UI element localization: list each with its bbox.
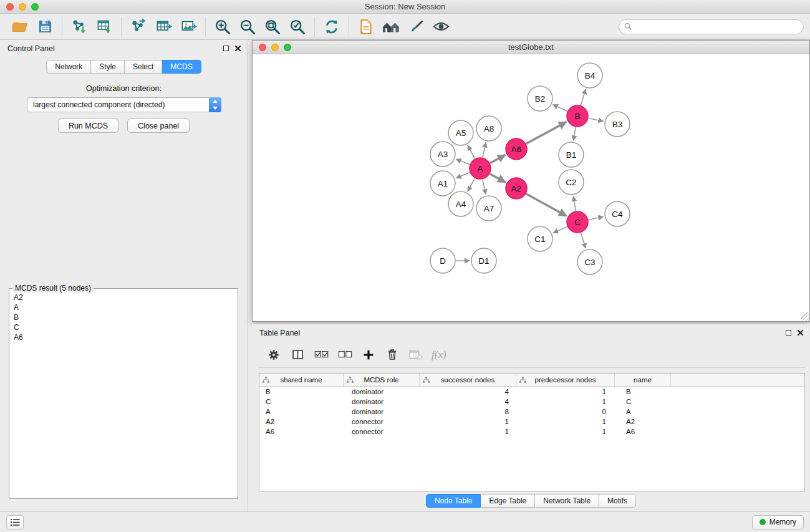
- tab-select[interactable]: Select: [125, 60, 162, 74]
- export-network-button[interactable]: [126, 16, 151, 38]
- column-header-predecessor-nodes[interactable]: predecessor nodes: [516, 374, 615, 386]
- network-canvas[interactable]: B4B2BB3A8A5A6A3B1AC2A1A2A4A7C4CC1C3DD1: [253, 54, 809, 321]
- export-network-icon: [130, 18, 147, 35]
- float-panel-icon[interactable]: [223, 46, 229, 51]
- table-settings-button[interactable]: [263, 345, 284, 365]
- graph-edge-A-A5[interactable]: [468, 145, 475, 158]
- run-mcds-button[interactable]: Run MCDS: [58, 118, 118, 133]
- export-table-button[interactable]: [151, 16, 176, 38]
- delete-column-button[interactable]: [382, 345, 403, 365]
- column-type-icon: [263, 377, 269, 384]
- add-column-button[interactable]: [358, 345, 379, 365]
- optimization-criterion-dropdown[interactable]: largest connected component (directed): [27, 97, 221, 112]
- network-view-window: testGlobe.txt B4B2BB3A8A5A6A3B1AC2A1A2A4…: [252, 40, 810, 322]
- table-row[interactable]: A2connector11A2: [259, 417, 804, 427]
- table-cell: connector: [344, 417, 420, 427]
- column-header-name[interactable]: name: [615, 374, 671, 386]
- close-network-window-button[interactable]: [259, 44, 266, 51]
- graph-node-label: C2: [566, 178, 576, 187]
- graph-edge-A-A1[interactable]: [456, 173, 470, 178]
- graph-edge-A-A6[interactable]: [490, 155, 506, 163]
- graph-edge-A2-C[interactable]: [526, 194, 567, 216]
- table-row[interactable]: Cdominator41C: [259, 397, 804, 407]
- zoom-network-window-button[interactable]: [284, 44, 291, 51]
- zoom-window-button[interactable]: [31, 3, 39, 11]
- save-session-button[interactable]: [32, 16, 57, 38]
- dropdown-stepper-icon[interactable]: [209, 97, 221, 112]
- search-box[interactable]: [619, 19, 804, 34]
- table-cell: 4: [420, 387, 516, 397]
- close-panel-icon[interactable]: [234, 45, 241, 52]
- tab-motifs[interactable]: Motifs: [599, 494, 636, 508]
- result-list-item[interactable]: A: [11, 302, 236, 312]
- zoom-in-button[interactable]: [210, 16, 235, 38]
- select-all-icon: [314, 349, 329, 360]
- first-neighbors-button[interactable]: [354, 16, 378, 38]
- graph-edge-B-B3[interactable]: [589, 118, 604, 122]
- minimize-window-button[interactable]: [19, 3, 26, 11]
- close-window-button[interactable]: [6, 3, 14, 11]
- graph-edge-B-B2[interactable]: [553, 105, 567, 112]
- close-table-panel-icon[interactable]: [797, 329, 804, 336]
- table-cell: C: [259, 397, 344, 407]
- graph-edge-A-A4[interactable]: [468, 178, 475, 191]
- result-list-item[interactable]: A2: [11, 293, 236, 302]
- graph-edge-A-A3[interactable]: [456, 159, 470, 164]
- apply-style-button[interactable]: [403, 16, 428, 38]
- minimize-network-window-button[interactable]: [271, 44, 279, 51]
- graph-edge-C-C1[interactable]: [553, 226, 567, 233]
- import-network-button[interactable]: [67, 16, 92, 38]
- result-list-item[interactable]: C: [11, 322, 236, 332]
- graph-edge-B-B4[interactable]: [581, 89, 586, 105]
- open-file-button[interactable]: [7, 16, 32, 38]
- tab-node-table[interactable]: Node Table: [426, 494, 481, 508]
- column-header-mcds-role[interactable]: MCDS role: [344, 374, 420, 386]
- graph-edge-A6-B[interactable]: [526, 122, 567, 144]
- graph-edge-B-B1[interactable]: [574, 127, 576, 141]
- unselect-all-rows-button[interactable]: [334, 345, 355, 365]
- result-list-item[interactable]: A6: [11, 332, 236, 342]
- close-panel-button[interactable]: Close panel: [127, 118, 190, 133]
- float-table-panel-icon[interactable]: [786, 330, 791, 336]
- graph-edge-C-C3[interactable]: [581, 233, 586, 248]
- column-header-successor-nodes[interactable]: successor nodes: [420, 374, 516, 386]
- column-header-shared-name[interactable]: shared name: [259, 374, 344, 386]
- tab-style[interactable]: Style: [91, 60, 125, 74]
- tab-network[interactable]: Network: [46, 60, 91, 74]
- select-all-rows-button[interactable]: [311, 345, 332, 365]
- export-image-button[interactable]: [176, 16, 201, 38]
- graph-edge-A-A2[interactable]: [490, 174, 506, 183]
- home-layout-button[interactable]: [378, 16, 403, 38]
- delete-table-button[interactable]: [405, 345, 427, 365]
- zoom-fit-button[interactable]: [260, 16, 285, 38]
- memory-button[interactable]: Memory: [752, 515, 804, 530]
- resize-grip[interactable]: [801, 312, 809, 321]
- refresh-button[interactable]: [319, 16, 344, 38]
- result-list-item[interactable]: B: [11, 312, 236, 322]
- graph-edge-C-C4[interactable]: [589, 217, 604, 220]
- graph-node-label: A7: [484, 204, 494, 213]
- table-row[interactable]: A6connector11A6: [259, 427, 804, 437]
- import-table-button[interactable]: [92, 16, 117, 38]
- function-builder-button[interactable]: f(x): [432, 349, 446, 361]
- task-history-button[interactable]: [6, 515, 24, 530]
- mcds-result-list[interactable]: A2 A B C A6: [11, 293, 236, 497]
- search-input[interactable]: [635, 22, 798, 31]
- network-window-titlebar[interactable]: testGlobe.txt: [253, 41, 809, 54]
- mcds-result-box: MCDS result (5 nodes) A2 A B C A6: [9, 288, 238, 499]
- graph-edge-C-C2[interactable]: [574, 196, 576, 211]
- graph-edge-A-A8[interactable]: [483, 143, 486, 158]
- zoom-out-button[interactable]: [235, 16, 260, 38]
- tab-network-table[interactable]: Network Table: [535, 494, 599, 508]
- show-graphics-button[interactable]: [428, 16, 453, 38]
- tab-mcds[interactable]: MCDS: [162, 60, 201, 74]
- mcds-result-title: MCDS result (5 nodes): [12, 284, 94, 293]
- graph-edge-A-A7[interactable]: [483, 180, 486, 195]
- tab-edge-table[interactable]: Edge Table: [481, 494, 535, 508]
- table-cell: 1: [516, 387, 615, 397]
- column-browser-button[interactable]: [287, 345, 308, 365]
- table-row[interactable]: Bdominator41B: [259, 387, 804, 397]
- table-row[interactable]: Adominator80A: [259, 407, 804, 417]
- window-titlebar[interactable]: Session: New Session: [0, 0, 810, 14]
- zoom-selected-button[interactable]: [285, 16, 310, 38]
